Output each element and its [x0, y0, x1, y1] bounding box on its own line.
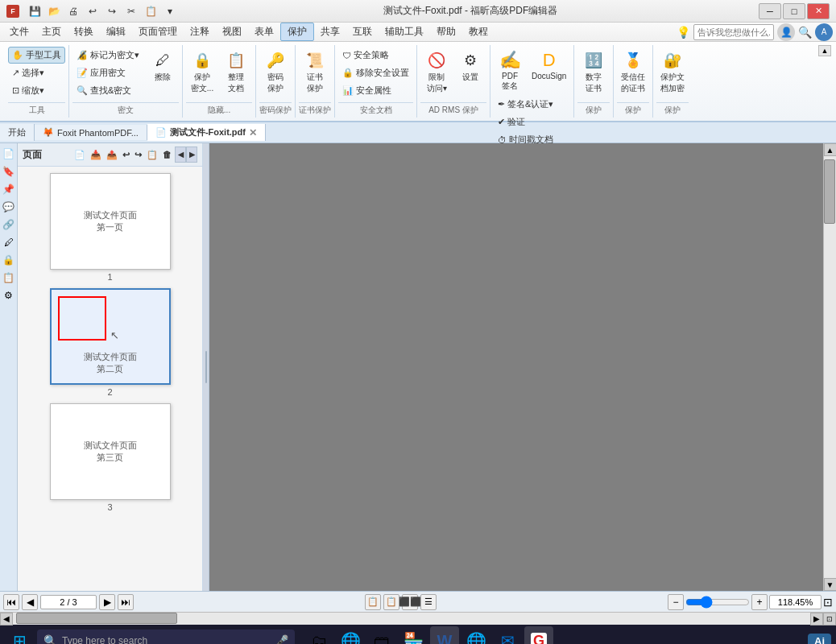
digital-cert-button[interactable]: 🔢 数字 证书	[577, 47, 610, 97]
taskbar-app-ie[interactable]: 🌐	[461, 626, 490, 644]
save-button[interactable]: 💾	[26, 2, 43, 20]
hand-tool-button[interactable]: ✋ 手型工具	[8, 47, 65, 64]
password-protect-button[interactable]: 🔑 密码 保护	[259, 47, 292, 97]
view-list-button[interactable]: ☰	[420, 594, 437, 610]
page-thumb-image-3[interactable]: 测试文件页面 第三页	[50, 403, 171, 500]
menu-help[interactable]: 帮助	[430, 23, 462, 40]
sanitize-button[interactable]: 📋 整理 文档	[220, 47, 252, 97]
search-icon[interactable]: 🔍	[798, 26, 812, 39]
page-thumb-2[interactable]: 测试文件页面 第二页 ↖ 2	[24, 288, 196, 397]
horizontal-scrollbar[interactable]: ◀ ▶ ⊡	[0, 612, 836, 625]
taskbar-app-word[interactable]: W	[430, 626, 459, 644]
sidebar-sign-btn[interactable]: 🖊	[2, 235, 16, 250]
apply-redact-button[interactable]: 📝 应用密文	[72, 64, 143, 81]
vertical-scrollbar[interactable]: ▲ ▼	[823, 143, 836, 591]
menu-accessibility[interactable]: 辅助工具	[379, 23, 430, 40]
maximize-button[interactable]: □	[783, 3, 805, 19]
view-double-button[interactable]: ⬛⬛	[402, 594, 418, 610]
menu-file[interactable]: 文件	[3, 23, 35, 40]
sign-certify-button[interactable]: ✒ 签名&认证▾	[494, 96, 570, 113]
menu-tutorial[interactable]: 教程	[462, 23, 495, 40]
panel-icon-copy[interactable]: 📋	[145, 149, 159, 161]
menu-form[interactable]: 表单	[248, 23, 280, 40]
find-redact-button[interactable]: 🔍 查找&密文	[72, 82, 143, 99]
panel-collapse-right[interactable]: ▶	[186, 147, 197, 163]
menu-page[interactable]: 页面管理	[132, 23, 184, 40]
sidebar-comment-btn[interactable]: 💬	[2, 200, 16, 214]
scroll-thumb[interactable]	[824, 159, 835, 224]
sidebar-page-btn[interactable]: 📄	[2, 147, 16, 161]
taskbar-app-file-explorer[interactable]: 🗂	[304, 626, 333, 644]
zoom-out-button[interactable]: −	[668, 594, 684, 610]
ai-button[interactable]: Ai	[808, 634, 831, 645]
taskbar-app-files[interactable]: 🗃	[367, 626, 396, 644]
paste-button[interactable]: 📋	[142, 2, 159, 20]
cut-button[interactable]: ✂	[122, 2, 140, 20]
zoom-in-button[interactable]: +	[751, 594, 768, 610]
taskbar-app-mail[interactable]: ✉	[493, 626, 522, 644]
scroll-left-arrow[interactable]: ◀	[0, 613, 13, 625]
tab-test-file[interactable]: 📄 测试文件-Foxit.pdf ✕	[147, 124, 266, 141]
select-button[interactable]: ↗ 选择▾	[8, 64, 65, 81]
sidebar-link-btn[interactable]: 🔗	[2, 217, 16, 232]
open-button[interactable]: 📂	[45, 2, 63, 20]
sidebar-lock-btn[interactable]: 🔒	[2, 253, 16, 267]
search-input[interactable]	[693, 24, 774, 40]
scroll-track[interactable]	[824, 156, 836, 578]
tab-close-icon[interactable]: ✕	[249, 127, 257, 138]
next-page-button[interactable]: ▶	[99, 594, 115, 610]
view-single-button[interactable]: 📋	[365, 594, 381, 610]
sidebar-layers-btn[interactable]: 📋	[2, 270, 16, 285]
page-thumb-3[interactable]: 测试文件页面 第三页 3	[24, 403, 196, 512]
taskbar-app-edge[interactable]: 🌐	[336, 626, 365, 644]
prev-page-button[interactable]: ◀	[22, 594, 38, 610]
undo-button[interactable]: ↩	[84, 2, 101, 20]
minimize-button[interactable]: ─	[759, 3, 781, 19]
menu-edit[interactable]: 编辑	[100, 23, 132, 40]
panel-icon-import[interactable]: 📥	[89, 149, 103, 161]
sidebar-settings-btn[interactable]: ⚙	[2, 288, 16, 303]
security-props-button[interactable]: 📊 安全属性	[338, 82, 413, 99]
erase-button[interactable]: 🖊 擦除	[147, 47, 179, 99]
tab-foxit-phantom[interactable]: 🦊 Foxit PhantomPDF...	[35, 125, 147, 140]
zoom-fit-icon[interactable]: ⊡	[823, 596, 833, 609]
security-policy-button[interactable]: 🛡 安全策略	[338, 47, 413, 64]
redo-button[interactable]: ↪	[103, 2, 121, 20]
view-continuous-button[interactable]: 📋	[383, 594, 399, 610]
scroll-down-arrow[interactable]: ▼	[824, 578, 837, 591]
panel-icon-delete[interactable]: 🗑	[161, 149, 173, 160]
taskbar-app-foxit[interactable]: G	[524, 626, 553, 644]
scroll-up-arrow[interactable]: ▲	[824, 143, 837, 156]
scroll-right-arrow[interactable]: ▶	[810, 613, 823, 625]
menu-protect[interactable]: 保护	[280, 23, 314, 41]
certificate-protect-button[interactable]: 📜 证书 保护	[299, 47, 331, 97]
page-thumb-1[interactable]: 测试文件页面 第一页 1	[24, 173, 196, 282]
rms-settings-button[interactable]: ⚙ 设置	[454, 47, 486, 97]
close-button[interactable]: ✕	[807, 3, 830, 19]
print-button[interactable]: 🖨	[64, 2, 82, 20]
restrict-access-button[interactable]: 🚫 限制 访问▾	[420, 47, 453, 97]
panel-splitter[interactable]	[203, 143, 209, 591]
last-page-button[interactable]: ⏭	[118, 594, 134, 610]
remove-security-button[interactable]: 🔒 移除安全设置	[338, 64, 413, 81]
zoom-button[interactable]: ⊡ 缩放▾	[8, 82, 65, 99]
page-thumb-image-1[interactable]: 测试文件页面 第一页	[50, 173, 171, 270]
menu-convert[interactable]: 转换	[68, 23, 100, 40]
panel-collapse-left[interactable]: ◀	[175, 147, 186, 163]
tab-start[interactable]: 开始	[0, 124, 35, 141]
panel-icon-rotate-right[interactable]: ↪	[133, 149, 143, 161]
taskbar-app-store[interactable]: 🏪	[399, 626, 428, 644]
zoom-input[interactable]	[769, 595, 822, 609]
taskbar-start-button[interactable]: ⊞	[5, 626, 34, 644]
menu-share[interactable]: 共享	[314, 23, 346, 40]
panel-icon-extract[interactable]: 📤	[105, 149, 119, 161]
h-scroll-track[interactable]	[13, 613, 810, 625]
collapse-ribbon-button[interactable]: ▲	[818, 45, 831, 56]
h-scroll-thumb[interactable]	[16, 613, 177, 624]
verify-button[interactable]: ✔ 验证	[494, 114, 570, 130]
menu-connect[interactable]: 互联	[346, 23, 379, 40]
corner-button[interactable]: ⊡	[823, 613, 836, 625]
mark-redact-button[interactable]: 🔏 标记为密文▾	[72, 47, 143, 64]
sidebar-bookmark-btn[interactable]: 🔖	[2, 164, 16, 179]
pdf-sign-button[interactable]: ✍ PDF 签名	[494, 47, 526, 94]
